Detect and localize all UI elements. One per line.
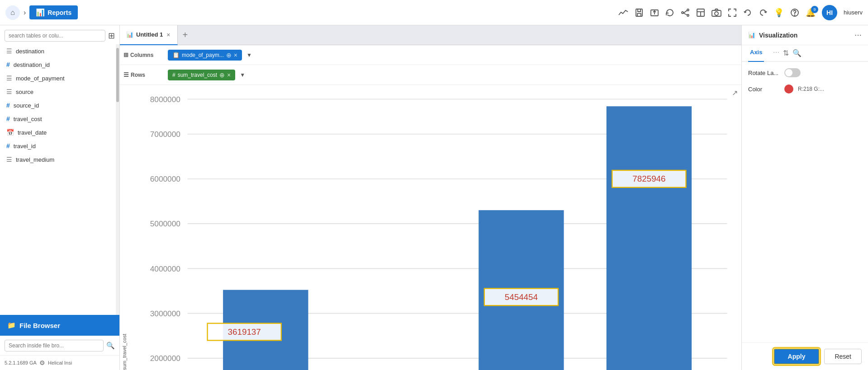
share-icon[interactable] — [681, 8, 690, 17]
save-icon[interactable] — [635, 8, 644, 17]
center-content: 📊 Untitled 1 × + ⊞ Columns 📋 mode_of_pay… — [120, 25, 741, 370]
notifications-icon[interactable]: 🔔 9 — [806, 8, 816, 18]
helical-label: Helical Insi — [48, 360, 72, 365]
help-icon[interactable] — [790, 8, 799, 17]
tab-close-button[interactable]: × — [166, 31, 171, 38]
svg-rect-0 — [636, 9, 642, 16]
rows-pill-close[interactable]: × — [227, 71, 231, 79]
sidebar-scrollbar[interactable] — [116, 44, 119, 315]
svg-text:5454454: 5454454 — [505, 292, 538, 302]
tab-add-button[interactable]: + — [178, 25, 192, 45]
sidebar-item-travel-id[interactable]: # travel_id — [0, 139, 116, 153]
sidebar-item-travel-medium[interactable]: ☰ travel_medium — [0, 153, 116, 166]
apply-button[interactable]: Apply — [773, 348, 820, 365]
refresh-icon[interactable] — [665, 8, 674, 17]
home-button[interactable]: ⌂ — [5, 5, 20, 20]
sidebar-item-label: destination — [16, 48, 44, 55]
chart-canvas: ↗ sum_travel_cost — [120, 85, 741, 370]
file-search-icon[interactable]: 🔍 — [106, 342, 115, 350]
tab-axis[interactable]: Axis — [748, 45, 764, 62]
visualization-chart-icon: 📊 — [748, 32, 755, 38]
svg-point-6 — [687, 14, 689, 16]
doc-icon: ☰ — [6, 47, 12, 55]
hash-icon: # — [6, 102, 10, 109]
bar-chart-icon: 📊 — [36, 8, 45, 17]
svg-text:3000000: 3000000 — [150, 309, 180, 318]
svg-point-13 — [715, 12, 718, 15]
axis-sort-icon[interactable]: ⇅ — [781, 45, 791, 61]
breadcrumb-chevron: › — [24, 9, 26, 17]
svg-text:3619137: 3619137 — [228, 327, 261, 337]
scrollbar-thumb[interactable] — [116, 48, 119, 102]
color-label: Color — [748, 86, 780, 93]
svg-line-8 — [683, 13, 687, 15]
bar-chart-svg: 0 1000000 2000000 3000000 4000000 — [131, 85, 741, 370]
hash-icon: # — [6, 61, 10, 68]
y-axis-label: sum_travel_cost — [120, 85, 131, 370]
sidebar-footer: 5.2.1.1689 GA ⚙ Helical Insi — [0, 355, 119, 370]
rows-pill[interactable]: # sum_travel_cost ⊕ × — [168, 70, 235, 80]
right-panel-more-button[interactable]: ⋯ — [854, 31, 862, 39]
svg-text:7825946: 7825946 — [632, 174, 665, 183]
rotate-label-row: Rotate La... — [748, 68, 862, 77]
rows-row: ☰ Rows # sum_travel_cost ⊕ × ▼ — [120, 65, 741, 85]
sidebar-item-travel-date[interactable]: 📅 travel_date — [0, 126, 116, 139]
rows-drop-arrow: ▼ — [240, 72, 245, 78]
undo-icon[interactable] — [743, 8, 752, 17]
doc-icon: ☰ — [6, 156, 12, 163]
tab-report-icon: 📊 — [126, 31, 133, 38]
columns-pill-close[interactable]: × — [234, 52, 237, 59]
redo-icon[interactable] — [759, 8, 768, 17]
export-icon[interactable] — [650, 8, 659, 17]
reports-nav-button[interactable]: 📊 Reports — [29, 5, 78, 19]
file-search-input[interactable] — [5, 340, 104, 351]
sidebar-item-travel-cost[interactable]: # travel_cost — [0, 112, 116, 126]
lightbulb-icon[interactable]: 💡 — [774, 8, 784, 18]
color-swatch[interactable] — [784, 84, 793, 94]
sidebar-item-destination-id[interactable]: # destination_id — [0, 58, 116, 71]
columns-text: Columns — [130, 52, 153, 58]
tab-untitled-1[interactable]: 📊 Untitled 1 × — [120, 25, 178, 45]
sidebar-item-destination[interactable]: ☰ destination — [0, 44, 116, 58]
svg-text:8000000: 8000000 — [150, 95, 180, 104]
rotate-label-text: Rotate La... — [748, 70, 780, 76]
right-panel-footer: Apply Reset — [742, 342, 868, 370]
doc-icon: ☰ — [6, 88, 12, 95]
line-chart-icon[interactable] — [618, 9, 628, 17]
svg-rect-1 — [637, 14, 641, 16]
columns-pill[interactable]: 📋 mode_of_paym... ⊕ × — [168, 50, 242, 61]
avatar[interactable]: HI — [822, 5, 837, 20]
doc-icon: ☰ — [6, 75, 12, 82]
rotate-label-toggle[interactable] — [784, 68, 801, 77]
columns-drop-arrow: ▼ — [247, 52, 252, 58]
svg-text:7000000: 7000000 — [150, 130, 180, 139]
version-label: 5.2.1.1689 GA — [5, 360, 37, 365]
sidebar-item-source-id[interactable]: # source_id — [0, 98, 116, 112]
grid-view-icon[interactable]: ⊞ — [108, 31, 115, 41]
top-nav: ⌂ › 📊 Reports — [0, 0, 868, 25]
layout-icon[interactable] — [696, 8, 705, 17]
username-label[interactable]: hiuserv — [844, 9, 863, 16]
tab-label: Untitled 1 — [136, 31, 163, 38]
sidebar-item-source[interactable]: ☰ source — [0, 85, 116, 98]
axis-tab-more[interactable]: ⋯ — [771, 45, 781, 61]
svg-text:2000000: 2000000 — [150, 354, 180, 363]
fullscreen-icon[interactable] — [728, 8, 737, 17]
reset-button[interactable]: Reset — [824, 349, 862, 364]
chart-area: ⊞ Columns 📋 mode_of_paym... ⊕ × ▼ ☰ Rows — [120, 45, 741, 370]
columns-pill-move[interactable]: ⊕ — [226, 52, 232, 59]
sidebar: ⊞ ☰ destination # destination_id ☰ mode_… — [0, 25, 120, 370]
sidebar-item-mode-of-payment[interactable]: ☰ mode_of_payment — [0, 71, 116, 85]
sidebar-items-list: ☰ destination # destination_id ☰ mode_of… — [0, 44, 116, 315]
bar-net-banking[interactable] — [607, 106, 692, 370]
color-value-label: R:218 G:... — [798, 86, 824, 92]
right-panel-body: Rotate La... Color R:218 G:... — [742, 62, 868, 342]
camera-icon[interactable] — [711, 9, 721, 17]
rows-pill-move[interactable]: ⊕ — [219, 71, 225, 79]
right-panel: 📊 Visualization ⋯ Axis ⋯ ⇅ 🔍 Rotate La..… — [741, 25, 868, 370]
axis-search-icon[interactable]: 🔍 — [791, 45, 803, 61]
search-input[interactable] — [5, 30, 105, 42]
notification-badge: 9 — [811, 6, 818, 13]
file-browser-button[interactable]: 📁 File Browser — [0, 315, 119, 336]
folder-icon: 📁 — [7, 321, 16, 329]
